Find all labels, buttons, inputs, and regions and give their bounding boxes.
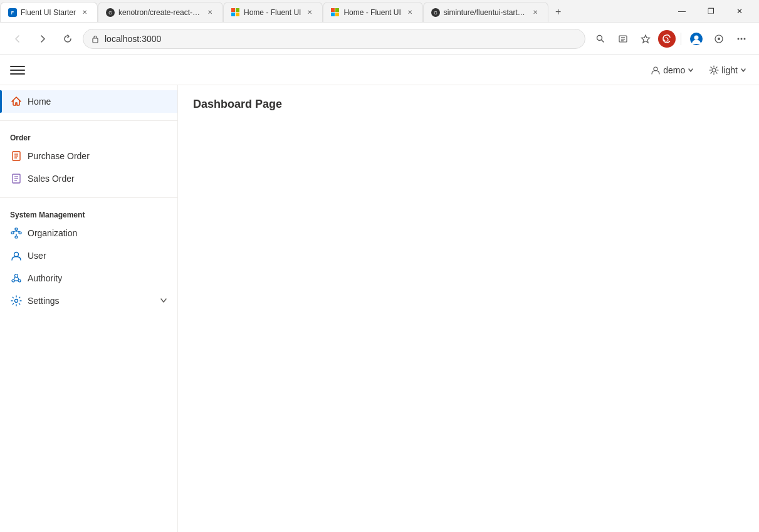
sidebar-order-section: Order Purchase Order Sales Order (0, 123, 177, 195)
authority-svg-icon (11, 273, 22, 284)
svg-point-57 (18, 279, 21, 282)
svg-rect-48 (19, 232, 21, 234)
svg-point-61 (15, 300, 18, 303)
demo-button[interactable]: demo (646, 63, 699, 78)
toolbar-icons (590, 29, 751, 49)
main-content: Dashboard Page (178, 85, 759, 532)
svg-line-58 (14, 277, 15, 279)
hamburger-button[interactable] (8, 60, 28, 80)
tab-close-3[interactable]: ✕ (305, 8, 315, 18)
sidebar-item-sales-order[interactable]: Sales Order (0, 167, 177, 190)
search-icon-btn[interactable] (590, 29, 610, 49)
user-svg-icon (11, 250, 22, 261)
svg-point-29 (712, 68, 716, 72)
immersive-reader-btn[interactable] (709, 29, 729, 49)
app-topbar: demo light (0, 55, 759, 85)
forward-button[interactable] (33, 29, 53, 49)
sales-order-svg-icon (11, 173, 22, 184)
browser-tab-2[interactable]: G kenotron/create-react-a... ✕ (98, 2, 223, 22)
tab-title-2: kenotron/create-react-a... (118, 8, 201, 17)
svg-point-27 (744, 38, 746, 39)
profile-btn[interactable] (686, 29, 706, 49)
tab-favicon-2: G (106, 8, 115, 17)
sidebar-order-label: Order (0, 128, 177, 145)
tab-close-5[interactable]: ✕ (530, 8, 540, 18)
close-button[interactable]: ✕ (725, 0, 754, 23)
refresh-button[interactable] (58, 29, 78, 49)
title-bar: F Fluent UI Starter ✕ G kenotron/create-… (0, 0, 759, 23)
more-btn[interactable] (731, 29, 751, 49)
svg-rect-8 (331, 8, 335, 12)
tab-favicon-1: F (8, 8, 17, 17)
tab-close-4[interactable]: ✕ (405, 8, 415, 18)
tab-title-4: Home - Fluent UI (343, 8, 400, 17)
browser-tab-5[interactable]: G siminture/fluentui-starte... ✕ (423, 2, 548, 22)
svg-marker-20 (642, 35, 650, 43)
tab-favicon-4 (331, 8, 340, 17)
new-tab-button[interactable]: + (548, 2, 568, 22)
edge-icon-btn[interactable] (658, 30, 676, 48)
theme-chevron-icon (740, 67, 746, 73)
immersive-reader-icon (714, 34, 724, 44)
tab-close-2[interactable]: ✕ (205, 8, 215, 18)
purchase-order-svg-icon (11, 150, 22, 162)
sidebar-item-home[interactable]: Home (0, 90, 177, 113)
svg-line-34 (711, 67, 712, 68)
back-button[interactable] (8, 29, 28, 49)
authority-label: Authority (28, 273, 62, 283)
tab-favicon-5: G (431, 8, 440, 17)
svg-rect-49 (15, 236, 18, 238)
svg-rect-9 (335, 8, 339, 12)
github-favicon-icon-2: G (432, 9, 439, 16)
browser-tab-1[interactable]: F Fluent UI Starter ✕ (0, 2, 98, 22)
sidebar-item-authority[interactable]: Authority (0, 267, 177, 289)
tab-title-3: Home - Fluent UI (244, 8, 301, 17)
theme-sun-icon (709, 65, 719, 75)
svg-line-51 (13, 231, 16, 232)
msft-favicon-icon-1 (231, 8, 240, 17)
sidebar-item-settings[interactable]: Settings (0, 289, 177, 312)
svg-rect-4 (231, 8, 235, 12)
tab-title-1: Fluent UI Starter (21, 8, 76, 17)
purchase-order-icon (10, 150, 23, 162)
browser-tab-3[interactable]: Home - Fluent UI ✕ (223, 2, 323, 22)
svg-point-25 (738, 38, 740, 39)
tab-title-5: siminture/fluentui-starte... (444, 8, 526, 17)
favorites-btn[interactable] (636, 29, 656, 49)
svg-rect-11 (335, 13, 339, 16)
url-input[interactable] (105, 34, 577, 44)
restore-button[interactable]: ❐ (696, 0, 725, 23)
sidebar-item-user[interactable]: User (0, 244, 177, 267)
svg-text:G: G (434, 11, 437, 15)
browser-tab-4[interactable]: Home - Fluent UI ✕ (323, 2, 422, 22)
url-bar[interactable] (83, 29, 585, 49)
theme-button[interactable]: light (704, 63, 751, 78)
tab-favicon-3 (231, 8, 240, 17)
svg-point-26 (741, 38, 743, 39)
svg-rect-46 (15, 228, 18, 230)
settings-icon (10, 295, 23, 307)
demo-user-icon (651, 65, 661, 75)
more-icon (736, 34, 746, 44)
authority-icon (10, 272, 23, 284)
sidebar: Home Order Purchase Order (0, 85, 178, 532)
svg-point-56 (12, 279, 14, 282)
minimize-button[interactable]: — (667, 0, 696, 23)
organization-label: Organization (28, 228, 77, 238)
svg-line-35 (716, 72, 718, 73)
tab-close-1[interactable]: ✕ (80, 8, 90, 18)
sidebar-item-purchase-order[interactable]: Purchase Order (0, 145, 177, 167)
svg-line-52 (16, 231, 20, 232)
sales-order-label: Sales Order (28, 174, 75, 184)
reading-view-btn[interactable] (613, 29, 633, 49)
reading-view-icon (618, 34, 628, 44)
chevron-down-svg-icon (160, 296, 167, 304)
svg-rect-14 (93, 38, 98, 43)
svg-point-15 (597, 35, 602, 40)
sidebar-system-section: System Management Organization (0, 201, 177, 317)
settings-chevron-icon (160, 296, 167, 306)
svg-rect-5 (236, 8, 239, 12)
sidebar-item-organization[interactable]: Organization (0, 222, 177, 244)
tabs-container: F Fluent UI Starter ✕ G kenotron/create-… (0, 0, 662, 22)
msft-favicon-icon-2 (331, 8, 340, 17)
